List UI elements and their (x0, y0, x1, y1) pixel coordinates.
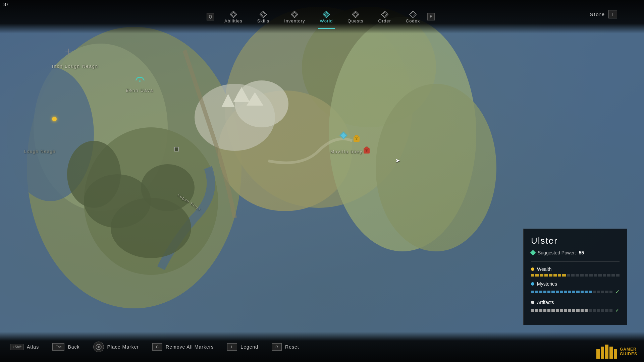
svg-marker-36 (292, 12, 297, 16)
artifacts-dot (531, 301, 534, 304)
marker-wealth-3[interactable] (352, 132, 361, 144)
marker-inch-lough[interactable] (64, 47, 74, 58)
artifacts-check: ✓ (615, 307, 620, 313)
fps-counter: 87 (3, 2, 9, 7)
abilities-icon (229, 10, 237, 18)
power-diamond-icon (530, 250, 536, 256)
nav-item-codex[interactable]: Codex (398, 8, 428, 26)
svg-marker-42 (383, 12, 387, 16)
atlas-action[interactable]: ⇧Shift Atlas (10, 344, 39, 350)
atlas-key: ⇧Shift (10, 344, 23, 350)
svg-marker-44 (411, 12, 415, 16)
skills-label: Skills (257, 18, 269, 23)
svg-point-46 (98, 346, 100, 348)
order-icon (381, 10, 389, 18)
wealth-seg-17 (603, 274, 606, 277)
power-label: Suggested Power: (538, 250, 576, 255)
nav-item-abilities[interactable]: Abilities (217, 8, 250, 26)
artifacts-label: Artifacts (531, 300, 620, 305)
marker-wealth-1[interactable] (52, 117, 57, 121)
codex-icon (409, 10, 417, 18)
power-row: Suggested Power: 55 (531, 250, 620, 255)
divider (531, 261, 620, 262)
remove-markers-key: C (152, 343, 162, 351)
wealth-seg-8 (562, 274, 566, 277)
nav-bar: Q Abilities Skills (0, 0, 644, 34)
nav-item-world[interactable]: World (313, 8, 340, 26)
marker-benn-uava-bird[interactable] (134, 74, 146, 85)
back-key: Esc (52, 343, 64, 351)
svg-marker-33 (260, 11, 267, 18)
marker-wealth-4[interactable] (362, 144, 371, 156)
codex-label: Codex (406, 18, 420, 23)
svg-rect-26 (355, 135, 358, 138)
place-marker-action[interactable]: Place Marker (93, 342, 139, 352)
marker-small-square[interactable] (173, 146, 180, 154)
place-marker-key (93, 342, 104, 352)
svg-marker-39 (352, 11, 359, 18)
nav-item-skills[interactable]: Skills (250, 8, 277, 26)
artifacts-section: Artifacts ✓ (531, 300, 620, 313)
nav-item-order[interactable]: Order (371, 8, 398, 26)
gamer-guides-text-2: GUIDES (620, 352, 637, 356)
svg-marker-40 (354, 12, 358, 16)
wealth-seg-2 (535, 274, 539, 277)
gamer-guides-text-1: GAMER (620, 347, 637, 352)
svg-point-15 (141, 164, 195, 211)
wealth-seg-11 (576, 274, 579, 277)
wealth-seg-5 (549, 274, 552, 277)
back-action[interactable]: Esc Back (52, 343, 79, 351)
store-button[interactable]: Store T (590, 10, 617, 18)
map-cursor: ➤ (395, 157, 400, 164)
order-label: Order (378, 18, 391, 23)
wealth-seg-10 (571, 274, 575, 277)
mysteries-section: Mysteries ✓ (531, 281, 620, 295)
wealth-seg-12 (580, 274, 584, 277)
remove-markers-label: Remove All Markers (166, 344, 214, 350)
svg-point-27 (356, 138, 358, 140)
wealth-seg-19 (611, 274, 615, 277)
bottom-bar: ⇧Shift Atlas Esc Back Place Marker C Rem… (0, 332, 644, 362)
right-nav-key: E (427, 13, 435, 20)
wealth-seg-7 (558, 274, 561, 277)
back-label: Back (68, 344, 79, 350)
gamer-guides-logo: GAMER GUIDES (596, 345, 637, 359)
wealth-dot (531, 267, 534, 271)
svg-point-8 (376, 84, 496, 251)
wealth-seg-1 (531, 274, 534, 277)
nav-menu: Q Abilities Skills (207, 8, 438, 26)
svg-marker-34 (261, 12, 265, 16)
wealth-seg-13 (585, 274, 588, 277)
wealth-seg-18 (607, 274, 610, 277)
svg-point-21 (139, 80, 141, 82)
legend-label: Legend (240, 344, 258, 350)
mysteries-check: ✓ (615, 289, 620, 295)
skills-icon (259, 10, 267, 18)
wealth-seg-9 (567, 274, 570, 277)
svg-point-30 (366, 150, 368, 152)
svg-rect-29 (365, 147, 368, 149)
nav-item-inventory[interactable]: Inventory (277, 8, 312, 26)
remove-markers-action[interactable]: C Remove All Markers (152, 343, 214, 351)
mysteries-dot (531, 282, 534, 286)
legend-action[interactable]: L Legend (227, 343, 258, 351)
wealth-seg-6 (553, 274, 557, 277)
wealth-seg-3 (540, 274, 543, 277)
gamer-guides-bars (596, 345, 617, 359)
world-icon (322, 10, 330, 18)
wealth-seg-14 (589, 274, 592, 277)
artifacts-bar: ✓ (531, 307, 620, 313)
store-label: Store (590, 11, 605, 17)
reset-action[interactable]: R Reset (272, 343, 299, 351)
wealth-seg-15 (594, 274, 597, 277)
nav-item-quests[interactable]: Quests (340, 8, 371, 26)
wealth-bar (531, 274, 620, 277)
mysteries-label: Mysteries (531, 281, 620, 287)
wealth-seg-20 (616, 274, 620, 277)
world-label: World (320, 18, 333, 23)
place-marker-label: Place Marker (107, 344, 139, 350)
marker-wealth-2[interactable] (339, 131, 348, 143)
wealth-seg-16 (598, 274, 601, 277)
svg-marker-43 (410, 11, 416, 18)
mysteries-bar: ✓ (531, 289, 620, 295)
